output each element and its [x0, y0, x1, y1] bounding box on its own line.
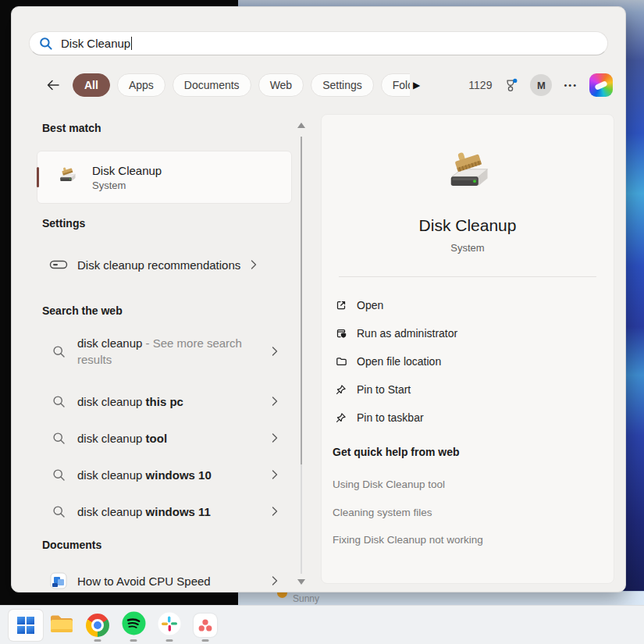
open-action[interactable]: Open: [335, 291, 606, 319]
filter-row: All Apps Documents Web Settings Fold ▶ 1…: [12, 69, 625, 101]
inner-taskbar-strip: Sunny: [238, 591, 644, 606]
chrome-button[interactable]: [80, 607, 116, 643]
settings-result-label: Disk cleanup recommendations: [77, 257, 241, 273]
chevron-right-icon: [269, 432, 281, 444]
detail-app-subtitle: System: [322, 242, 614, 254]
user-avatar[interactable]: M: [530, 74, 552, 96]
chevron-right-icon: [269, 575, 281, 587]
search-suggestion-icon: [49, 395, 68, 408]
rewards-icon[interactable]: [503, 78, 518, 93]
documents-header: Documents: [42, 539, 101, 551]
weather-label[interactable]: Sunny: [293, 593, 319, 604]
slack-button[interactable]: [151, 607, 187, 643]
tab-documents[interactable]: Documents: [173, 73, 251, 97]
help-link[interactable]: Cleaning system files: [333, 507, 432, 518]
best-match-result[interactable]: Disk Cleanup System: [37, 151, 292, 204]
help-link[interactable]: Using Disk Cleanup tool: [333, 479, 445, 490]
search-suggestion-icon: [49, 345, 68, 358]
file-explorer-icon: [49, 613, 74, 638]
running-indicator: [94, 639, 101, 642]
suggestion-bold-text: windows 11: [146, 505, 211, 518]
document-result-title: How to Avoid CPU Speed: [77, 573, 262, 589]
scrollbar-up-arrow[interactable]: [297, 123, 305, 128]
scrollbar-down-arrow[interactable]: [297, 579, 305, 585]
tab-apps[interactable]: Apps: [117, 73, 165, 97]
suggestion-text: disk cleanup: [77, 505, 146, 518]
chrome-icon: [86, 614, 109, 637]
web-suggestion[interactable]: disk cleanup windows 11: [37, 496, 292, 526]
suggestion-bold-text: windows 10: [146, 468, 212, 482]
web-suggestion[interactable]: disk cleanup this pc: [37, 386, 292, 416]
file-explorer-button[interactable]: [44, 607, 80, 643]
settings-header: Settings: [42, 217, 85, 229]
search-window: Disk Cleanup All Apps Documents Web Sett…: [11, 6, 626, 592]
tabs-overflow-button[interactable]: ▶: [413, 80, 420, 91]
action-label: Pin to taskbar: [357, 411, 424, 424]
action-list: Open Run as administrator: [335, 291, 606, 432]
web-suggestion[interactable]: disk cleanup - See more search results: [37, 329, 292, 374]
pin-icon: [335, 411, 348, 424]
scrollbar-track[interactable]: [301, 137, 302, 574]
rewards-points: 1129: [468, 79, 492, 91]
document-result[interactable]: How to Avoid CPU Speed: [37, 561, 292, 592]
selection-accent-bar: [37, 167, 39, 187]
windows-logo-icon: [17, 617, 34, 634]
pin-icon: [335, 383, 348, 396]
detail-app-title: Disk Cleanup: [322, 216, 614, 235]
tab-folders[interactable]: Fold: [381, 73, 410, 97]
action-label: Run as administrator: [357, 327, 457, 340]
search-input[interactable]: Disk Cleanup: [29, 31, 608, 55]
back-button[interactable]: [43, 75, 63, 95]
chevron-right-icon: [247, 258, 260, 271]
pin-to-taskbar-action[interactable]: Pin to taskbar: [335, 404, 606, 432]
best-match-header: Best match: [42, 122, 101, 134]
asana-button[interactable]: [187, 607, 223, 643]
taskbar: [0, 605, 644, 644]
best-match-title: Disk Cleanup: [92, 164, 162, 177]
desktop: Sunny Disk Cleanup All Apps D: [0, 0, 644, 644]
web-suggestion[interactable]: disk cleanup windows 10: [37, 460, 292, 489]
scrollbar-thumb[interactable]: [301, 137, 302, 464]
action-label: Pin to Start: [357, 383, 411, 396]
run-as-admin-action[interactable]: Run as administrator: [335, 319, 606, 347]
drive-icon: [49, 257, 68, 272]
suggestion-text: disk cleanup: [77, 395, 146, 408]
tab-web[interactable]: Web: [258, 73, 304, 97]
filter-tabs: All Apps Documents Web Settings Fold: [73, 73, 410, 97]
open-file-location-action[interactable]: Open file location: [335, 347, 606, 375]
suggestion-text: disk cleanup: [77, 468, 146, 482]
search-suggestion-icon: [49, 432, 68, 445]
running-indicator: [130, 639, 137, 642]
tab-settings[interactable]: Settings: [311, 73, 374, 97]
tab-all[interactable]: All: [73, 73, 110, 97]
running-indicator: [202, 639, 209, 642]
disk-cleanup-icon: [56, 165, 78, 190]
best-match-subtitle: System: [92, 180, 162, 191]
copilot-icon[interactable]: [589, 73, 613, 97]
search-query-text: Disk Cleanup: [61, 37, 130, 50]
result-detail-panel: Disk Cleanup System Open: [321, 114, 614, 584]
help-link[interactable]: Fixing Disk Cleanup not working: [333, 534, 483, 546]
pin-to-start-action[interactable]: Pin to Start: [335, 375, 606, 404]
suggestion-bold-text: this pc: [146, 395, 183, 408]
open-external-icon: [335, 299, 348, 311]
more-options-button[interactable]: •••: [564, 80, 578, 90]
web-suggestion[interactable]: disk cleanup tool: [37, 423, 292, 453]
topbar-right-group: 1129 M •••: [468, 73, 613, 97]
suggestion-text: disk cleanup: [77, 336, 142, 350]
folder-icon: [335, 355, 348, 368]
spotify-button[interactable]: [116, 607, 151, 643]
running-indicator: [166, 639, 173, 642]
start-button[interactable]: [8, 607, 44, 643]
chevron-right-icon: [269, 468, 281, 481]
search-suggestion-icon: [49, 468, 68, 482]
asana-icon: [194, 614, 217, 637]
search-icon: [39, 37, 53, 51]
spotify-icon: [122, 611, 146, 639]
disk-cleanup-icon-large: [441, 146, 494, 202]
search-web-header: Search the web: [42, 304, 123, 317]
settings-result[interactable]: Disk cleanup recommendations: [37, 240, 292, 290]
slack-icon: [158, 612, 181, 639]
suggestion-text: disk cleanup: [77, 432, 146, 445]
action-label: Open: [357, 299, 383, 311]
